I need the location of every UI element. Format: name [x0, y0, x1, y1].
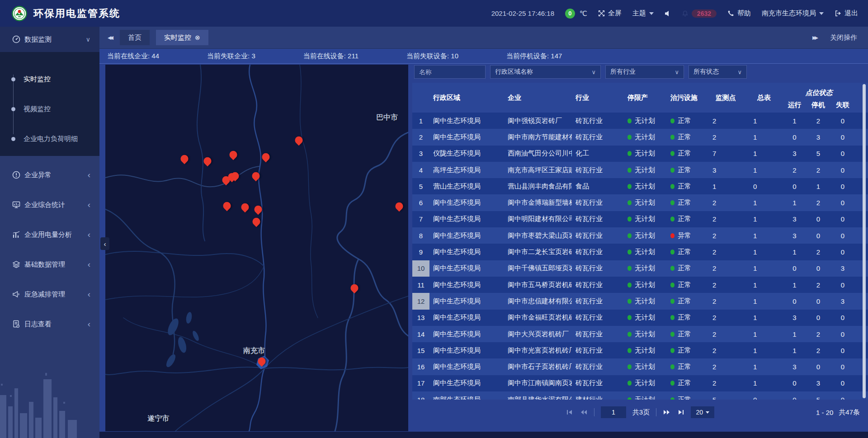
- sidebar-item-realtime-monitoring[interactable]: 实时监控: [0, 64, 99, 94]
- sidebar-group-log-view[interactable]: 日志查看 ‹: [0, 309, 99, 339]
- industry-filter-select[interactable]: 所有行业 ∨: [605, 65, 684, 79]
- table-row[interactable]: 9 阆中生态环境局 阆中市二龙长宝页岩砖 砖瓦行业 无计划 正常 2 1 1 2…: [412, 244, 868, 260]
- divider: [594, 408, 594, 416]
- cell-stopped: 2: [807, 342, 830, 358]
- stop-limit-status-dot: [627, 266, 632, 271]
- stat-offline-enterprises: 当前失联企业: 3: [207, 52, 255, 61]
- sidebar-group-emergency-reduction[interactable]: 应急减排管理 ‹: [0, 279, 99, 309]
- last-page-button[interactable]: [677, 409, 684, 415]
- table-row[interactable]: 15 阆中生态环境局 阆中市光富页岩机砖厂 砖瓦行业 无计划 正常 2 1 1 …: [412, 342, 868, 358]
- filter-bar: 行政区域名称 ∨ 所有行业 ∨ 所有状态 ∨: [414, 65, 747, 79]
- cell-stopped: 0: [807, 358, 830, 375]
- cell-run: 1: [782, 277, 807, 293]
- chevron-down-icon: ∨: [591, 69, 596, 75]
- facility-status-dot: [670, 250, 675, 254]
- bar-chart-icon: [12, 230, 21, 239]
- facility-status-dot: [670, 233, 675, 238]
- cell-stop-limit: 无计划: [624, 310, 667, 326]
- sidebar-group-label: 日志查看: [24, 320, 52, 329]
- facility-status-dot: [670, 217, 675, 221]
- table-row[interactable]: 16 阆中生态环境局 阆中市石子页岩机砖厂 砖瓦行业 无计划 正常 2 1 3 …: [412, 358, 868, 375]
- facility-status-dot: [670, 364, 675, 369]
- tabs-scroll-right-icon[interactable]: ▶▶: [812, 35, 818, 41]
- first-page-button[interactable]: [566, 409, 573, 415]
- pagination-bar: 共3页 20 1 - 20 共47条: [412, 400, 868, 425]
- tab-realtime-monitoring[interactable]: 实时监控 ⊗: [156, 30, 208, 45]
- table-row[interactable]: 3 仪陇生态环境局 西南油气田分公司川中 化工 无计划 正常 7 1 3 5 0: [412, 146, 868, 162]
- sidebar-group-data-monitoring[interactable]: 数据监测 ∨: [0, 27, 99, 52]
- cell-run: 0: [782, 129, 807, 145]
- table-row[interactable]: 10 阆中生态环境局 阆中千佛镇五郎垭页岩 砖瓦行业 无计划 正常 2 1 0 …: [412, 260, 868, 277]
- cell-run: 0: [782, 293, 807, 309]
- previous-page-button[interactable]: [580, 409, 588, 415]
- theme-dropdown[interactable]: 主题: [632, 9, 654, 18]
- facility-label: 正常: [678, 248, 691, 256]
- select-value: 行政区域名称: [495, 68, 533, 76]
- table-scrollbar[interactable]: [863, 84, 866, 398]
- facility-label: 正常: [678, 379, 691, 387]
- sidebar-item-video-monitoring[interactable]: 视频监控: [0, 94, 99, 124]
- table-row[interactable]: 11 阆中生态环境局 阆中市五马桥页岩机砖 砖瓦行业 无计划 正常 2 1 1 …: [412, 277, 868, 293]
- table-row[interactable]: 4 高坪生态环境局 南充市高坪区王家店建 砖瓦行业 无计划 正常 3 1 2 2…: [412, 162, 868, 178]
- cell-industry: 砖瓦行业: [572, 310, 624, 326]
- map-city-label: 巴中市: [376, 113, 398, 122]
- table-row[interactable]: 14 阆中生态环境局 阆中大兴页岩机砖厂 砖瓦行业 无计划 正常 2 1 1 2…: [412, 326, 868, 342]
- table-row[interactable]: 2 阆中生态环境局 阆中市南方节能建材有 砖瓦行业 无计划 正常 2 1 0 3…: [412, 129, 868, 145]
- cell-total-meter: 1: [746, 293, 782, 309]
- table-row[interactable]: 18 南部生态环境局 南部县建华水泥有限公 建材行业 无计划 正常 5 0 0 …: [412, 391, 868, 400]
- help-button[interactable]: 帮助: [727, 9, 751, 18]
- cell-enterprise: 阆中明阳建材有限公司: [504, 211, 572, 227]
- next-page-button[interactable]: [663, 409, 671, 415]
- name-filter-input[interactable]: [414, 65, 486, 79]
- fullscreen-button[interactable]: 全屏: [598, 9, 622, 18]
- status-filter-select[interactable]: 所有状态 ∨: [689, 65, 747, 79]
- cell-stop-limit: 无计划: [624, 146, 667, 162]
- sidebar-group-basic-data[interactable]: 基础数据管理 ‹: [0, 250, 99, 279]
- sidebar-group-label: 应急减排管理: [24, 290, 65, 299]
- cell-lost: 3: [830, 260, 856, 277]
- tab-home[interactable]: 首页: [120, 30, 150, 45]
- cell-facility: 正常: [667, 375, 705, 391]
- cell-enterprise: 南部县建华水泥有限公: [504, 391, 572, 400]
- cell-industry: 砖瓦行业: [572, 277, 624, 293]
- cell-industry: 砖瓦行业: [572, 375, 624, 391]
- stop-limit-label: 无计划: [635, 198, 655, 207]
- region-filter-select[interactable]: 行政区域名称 ∨: [490, 65, 601, 79]
- facility-status-dot: [670, 348, 675, 353]
- cell-index: 16: [412, 358, 429, 375]
- close-icon[interactable]: ⊗: [195, 34, 200, 41]
- table-row[interactable]: 8 阆中生态环境局 阆中市枣碧大梁山页岩 砖瓦行业 无计划 异常 2 1 3 0…: [412, 227, 868, 244]
- header-stop: 停机: [807, 98, 830, 113]
- sidebar-item-power-load-detail[interactable]: 企业电力负荷明细: [0, 124, 99, 154]
- table-row[interactable]: 7 阆中生态环境局 阆中明阳建材有限公司 砖瓦行业 无计划 正常 2 1 3 0…: [412, 211, 868, 227]
- total-records-label: 共47条: [839, 408, 860, 417]
- cell-facility: 正常: [667, 391, 705, 400]
- notifications[interactable]: 2632: [682, 9, 717, 18]
- cell-region: 阆中生态环境局: [429, 129, 504, 145]
- panel-collapse-toggle[interactable]: ‹: [100, 237, 109, 250]
- page-size-select[interactable]: 20: [691, 406, 714, 418]
- cell-monitor-points: 2: [705, 113, 746, 129]
- logout-button[interactable]: 退出: [835, 9, 858, 18]
- table-row[interactable]: 17 阆中生态环境局 阆中市江南镇阆南页岩 砖瓦行业 无计划 正常 2 1 0 …: [412, 375, 868, 391]
- table-row[interactable]: 5 营山生态环境局 营山县润丰肉食品有限 食品 无计划 正常 1 0 0 1 0: [412, 178, 868, 194]
- table-row[interactable]: 13 阆中生态环境局 阆中市金福旺页岩机砖 砖瓦行业 无计划 正常 2 1 3 …: [412, 310, 868, 326]
- map-canvas[interactable]: 巴中市南充市遂宁市: [105, 65, 408, 431]
- sidebar-group-enterprise-abnormal[interactable]: 企业异常 ‹: [0, 160, 99, 190]
- cell-index: 4: [412, 162, 429, 178]
- table-row[interactable]: 6 阆中生态环境局 阆中市金博瑞新型墙材 砖瓦行业 无计划 正常 2 1 1 2…: [412, 194, 868, 211]
- cell-region: 阆中生态环境局: [429, 194, 504, 211]
- cell-lost: 0: [830, 162, 856, 178]
- table-row[interactable]: 1 阆中生态环境局 阆中强锐页岩砖厂 砖瓦行业 无计划 正常 2 1 1 2 0: [412, 113, 868, 129]
- close-operations-button[interactable]: 关闭操作: [830, 33, 857, 42]
- org-dropdown[interactable]: 南充市生态环境局: [762, 9, 824, 18]
- page-number-input[interactable]: [601, 406, 626, 418]
- stop-limit-label: 无计划: [635, 182, 655, 191]
- chevron-left-icon: ‹: [88, 203, 90, 207]
- table-row[interactable]: 12 阆中生态环境局 阆中市忠信建材有限公 砖瓦行业 无计划 正常 2 1 0 …: [412, 293, 868, 309]
- facility-status-dot: [670, 283, 675, 287]
- sidebar-group-enterprise-statistics[interactable]: 企业综合统计 ‹: [0, 190, 99, 220]
- sidebar-group-power-analysis[interactable]: 企业用电量分析 ‹: [0, 220, 99, 250]
- mute-button[interactable]: [665, 10, 671, 17]
- tabs-scroll-left-icon[interactable]: ◀◀: [108, 35, 113, 41]
